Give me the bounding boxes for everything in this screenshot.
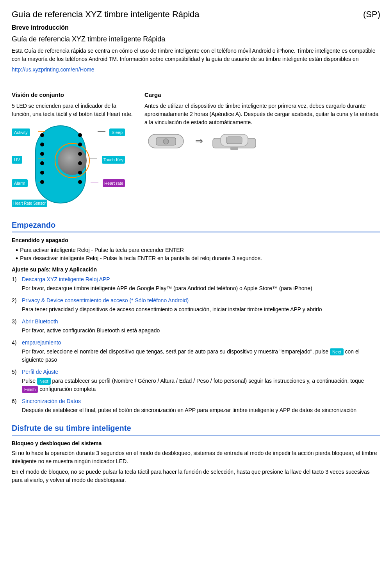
page-title: Guía de referencia XYZ timbre inteligent…: [12, 8, 200, 21]
step-5-num: 5): [12, 368, 20, 393]
bloqueo-body2: En el modo de bloqueo, no se puede pulsa…: [12, 468, 380, 484]
bloqueo-title: Bloqueo y desbloqueo del sistema: [12, 439, 380, 448]
disfrute-title: Disfrute de su timbre inteligente: [12, 422, 380, 434]
line-heart-rate: [91, 182, 98, 182]
step-6-content: Sincronización de Datos Después de estab…: [22, 397, 356, 414]
step-6-num: 6): [12, 397, 20, 414]
step-1-body: Por favor, descargue timbre inteligente …: [22, 284, 312, 293]
step-5-body-middle: para establecer su perfil (Nombre / Géne…: [52, 378, 364, 384]
svg-rect-5: [226, 137, 242, 144]
dot6: [40, 180, 44, 184]
step-1-num: 1): [12, 275, 20, 293]
step-6-body: Después de establecer el final, pulse el…: [22, 406, 356, 414]
step-2-num: 2): [12, 296, 20, 314]
step-1-title: Descarga XYZ inteligente Reloj APP: [22, 275, 312, 284]
step-4-title: emparejamiento: [22, 339, 380, 347]
disfrute-divider: [12, 435, 380, 435]
step-4: 4) emparejamiento Por favor, seleccione …: [12, 339, 380, 364]
carga-section: Carga Antes de utilizar el dispositivo d…: [144, 91, 380, 211]
two-column-section: Visión de conjunto 5 LED se encienden pa…: [12, 91, 380, 211]
step-5-content: Perfil de Ajuste Pulse Next para estable…: [22, 368, 380, 393]
sp-label: (SP): [363, 8, 380, 21]
dot2: [40, 143, 44, 146]
carga-title: Carga: [144, 91, 380, 100]
line-touch-key: [89, 159, 97, 159]
dot8: [78, 143, 82, 146]
disfrute-header: Disfrute de su timbre inteligente: [12, 422, 380, 434]
arrow-icon: ⇒: [195, 134, 203, 148]
encendido-item-2: Para desactivar inteligente Reloj - Puls…: [16, 254, 380, 262]
device-diagram: Activity UV Alarm Heart Rate Sensor Slee…: [12, 121, 125, 211]
step-4-num: 4): [12, 339, 20, 364]
step-2-title: Privacy & Device consentimiento de acces…: [22, 296, 322, 305]
step-6: 6) Sincronización de Datos Después de es…: [12, 397, 380, 414]
dot12: [78, 180, 82, 184]
label-uv: UV: [12, 156, 22, 164]
encendido-title: Encendido y apagado: [12, 236, 380, 244]
cradle-svg: [211, 130, 258, 152]
dot11: [78, 171, 82, 175]
dot4: [40, 161, 44, 165]
bloqueo-body1: Si no lo hace la operación durante 3 seg…: [12, 449, 380, 466]
device-inner-circle: [58, 146, 87, 175]
device-dots-left: [40, 133, 44, 184]
device-dots-right: [78, 133, 82, 184]
line-activity: [38, 131, 45, 132]
dot7: [78, 133, 82, 137]
step-5-body: Pulse Next para establecer su perfil (No…: [22, 377, 380, 393]
step-6-title: Sincronización de Datos: [22, 397, 356, 405]
step-3-num: 3): [12, 318, 20, 335]
device-svg: [144, 130, 187, 152]
page-header: Guía de referencia XYZ timbre inteligent…: [12, 8, 380, 21]
vision-body: 5 LED se encienden para el indicador de …: [12, 102, 133, 118]
step-5-finish-badge: Finish: [22, 386, 38, 393]
intro-link[interactable]: http://us.xyzprinting.com/en/Home: [12, 66, 380, 74]
carga-body: Antes de utilizar el dispositivo de timb…: [144, 102, 380, 127]
step-4-next-badge: Next: [330, 348, 344, 356]
vision-title: Visión de conjunto: [12, 91, 133, 100]
empezando-header: Empezando: [12, 219, 380, 231]
empezando-title: Empezando: [12, 219, 380, 231]
charger-illustration: ⇒: [144, 130, 380, 152]
vision-section: Visión de conjunto 5 LED se encienden pa…: [12, 91, 133, 211]
step-5-body-prefix: Pulse: [22, 378, 36, 384]
label-sleep: Sleep: [109, 128, 125, 137]
label-alarm: Alarm: [12, 179, 28, 187]
step-1: 1) Descarga XYZ inteligente Reloj APP Po…: [12, 275, 380, 293]
step-2-content: Privacy & Device consentimiento de acces…: [22, 296, 322, 314]
step-5-next-badge: Next: [37, 378, 51, 385]
step-2-body: Para tener privacidad y dispositivos de …: [22, 305, 322, 314]
line-sleep: [98, 131, 105, 132]
label-touch-key: Touch Key: [102, 156, 125, 164]
label-activity: Activity: [12, 128, 30, 137]
svg-rect-6: [230, 147, 238, 150]
step-2: 2) Privacy & Device consentimiento de ac…: [12, 296, 380, 314]
encendido-list: Para activar inteligente Reloj - Pulse l…: [12, 246, 380, 262]
step-3-title: Abrir Bluetooth: [22, 318, 160, 326]
step-5-body-suffix: configuración completa: [39, 386, 96, 392]
svg-point-2: [163, 139, 169, 144]
step-4-body-prefix: Por favor, seleccione el nombre del disp…: [22, 348, 328, 355]
empezando-divider: [12, 232, 380, 232]
steps-list: 1) Descarga XYZ inteligente Reloj APP Po…: [12, 275, 380, 414]
dot1: [40, 133, 44, 137]
intro-body: Esta Guía de referencia rápida se centra…: [12, 47, 380, 63]
dot10: [78, 161, 82, 165]
intro-subtitle: Guía de referencia XYZ timbre inteligent…: [12, 34, 380, 45]
dot5: [40, 171, 44, 175]
encendido-item-1: Para activar inteligente Reloj - Pulse l…: [16, 246, 380, 254]
step-3-body: Por favor, active configuración Bluetoot…: [22, 327, 160, 335]
ajuste-title: Ajuste su país: Mira y Aplicación: [12, 266, 380, 274]
label-heart-rate-sensor: Heart Rate Sensor: [12, 200, 47, 207]
intro-bold-title: Breve introducción: [12, 23, 380, 32]
step-4-body: Por favor, seleccione el nombre del disp…: [22, 348, 380, 364]
dot9: [78, 152, 82, 156]
step-1-content: Descarga XYZ inteligente Reloj APP Por f…: [22, 275, 312, 293]
label-heart-rate: Heart rate: [103, 179, 125, 187]
step-3: 3) Abrir Bluetooth Por favor, active con…: [12, 318, 380, 335]
step-5-title: Perfil de Ajuste: [22, 368, 380, 376]
step-4-content: emparejamiento Por favor, seleccione el …: [22, 339, 380, 364]
dot3: [40, 152, 44, 156]
step-5: 5) Perfil de Ajuste Pulse Next para esta…: [12, 368, 380, 393]
step-3-content: Abrir Bluetooth Por favor, active config…: [22, 318, 160, 335]
